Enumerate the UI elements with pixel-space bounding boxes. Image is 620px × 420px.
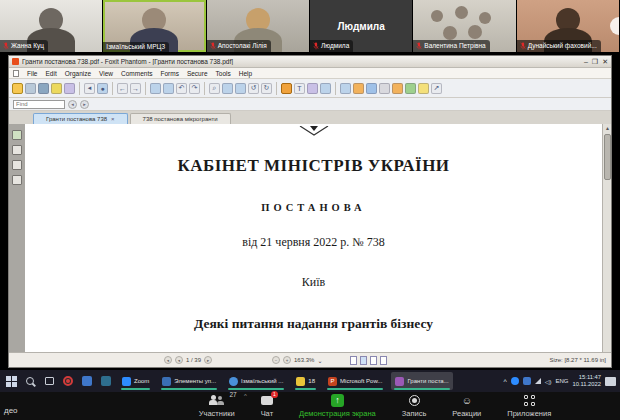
form-field-icon[interactable] [340,83,351,94]
share-arrow-icon[interactable]: ↗ [431,83,442,94]
tray-expand-icon[interactable]: ^ [503,378,506,385]
taskbar-app-elements[interactable]: Элементы уп... [158,372,220,390]
gallery-next-icon[interactable] [610,17,620,35]
share-screen-button[interactable]: ↑ Демонстрация экрана [299,395,376,418]
menu-comments[interactable]: Comments [121,70,152,77]
redo-icon[interactable]: ↷ [189,83,200,94]
select-text-icon[interactable]: T [294,83,305,94]
find-next-icon[interactable]: ▸ [80,100,89,109]
menu-help[interactable]: Help [239,70,252,77]
tab-granty-postanova-738[interactable]: Гранти постанова 738 × [33,113,128,124]
signature-icon[interactable] [353,83,364,94]
menu-tools[interactable]: Tools [216,70,231,77]
page-prev-icon[interactable]: ← [117,83,128,94]
find-input[interactable] [13,100,65,109]
note-comment-icon[interactable] [418,83,429,94]
bookmarks-panel-icon[interactable] [12,130,22,140]
taskbar-app-powerpoint[interactable]: P Microsoft Pow... [324,372,386,390]
typewriter-icon[interactable] [320,83,331,94]
taskbar-app-zoom[interactable]: Zoom [118,372,153,390]
zoom-out-icon[interactable]: − [272,356,280,364]
continuous-facing-view-icon[interactable] [380,356,387,365]
menu-view[interactable]: View [99,70,113,77]
participant-tile[interactable]: Дунайський фаховий... [517,0,620,52]
menu-secure[interactable]: Secure [187,70,208,77]
participants-button[interactable]: 27 ^ Участники [199,395,235,418]
record-button[interactable]: Запись [402,395,427,418]
paste-icon[interactable] [163,83,174,94]
zoom-level[interactable]: 163.3% [294,357,314,363]
first-page-icon[interactable]: ● [97,83,108,94]
clock[interactable]: 15:11:47 10.11.2022 [572,374,601,387]
facing-view-icon[interactable] [370,356,377,365]
single-page-view-icon[interactable] [350,356,357,365]
scrollbar-thumb[interactable] [604,134,611,180]
pages-panel-icon[interactable] [12,145,22,155]
verify-icon[interactable] [405,83,416,94]
vertical-scrollbar[interactable]: ▲ [602,124,611,352]
security-lock-icon[interactable] [379,83,390,94]
find-prev-icon[interactable]: ◂ [68,100,77,109]
save-icon[interactable] [25,83,36,94]
zoom-caret-icon[interactable]: ⌄ [317,357,322,364]
close-button[interactable]: ✕ [602,58,608,66]
zoom-tool-icon[interactable]: ⌕ [209,83,220,94]
stop-video-button-partial[interactable]: део [4,406,18,415]
scroll-up-icon[interactable]: ▲ [603,124,611,133]
menu-edit[interactable]: Edit [45,70,56,77]
hand-tool-icon[interactable] [281,83,292,94]
prev-view-icon[interactable]: ◂ [84,83,95,94]
edit-text-icon[interactable] [392,83,403,94]
page-next-icon[interactable]: → [130,83,141,94]
menu-organize[interactable]: Organize [65,70,91,77]
rotate-right-icon[interactable]: ↻ [261,83,272,94]
taskbar-app-notes[interactable]: 18 [292,372,319,390]
tray-app-icon[interactable] [523,377,531,385]
chat-button[interactable]: 1 Чат [261,395,273,418]
fit-page-icon[interactable] [235,83,246,94]
apps-button[interactable]: Приложения [507,395,551,418]
participant-tile[interactable]: Апостолакі Лілія [207,0,310,52]
volume-icon[interactable]: ◁) [545,378,552,385]
prev-page-nav-icon[interactable]: ◂ [175,356,183,364]
menu-file[interactable]: File [27,70,37,77]
reactions-button[interactable]: ☺ Реакции [452,395,481,418]
mail-app-icon[interactable] [99,374,113,388]
continuous-view-icon[interactable] [360,356,367,365]
fit-width-icon[interactable] [222,83,233,94]
select-annotation-icon[interactable] [307,83,318,94]
browser-icon[interactable] [80,374,94,388]
touch-keyboard-icon[interactable] [605,377,616,386]
start-button[interactable] [4,374,18,388]
tab-close-icon[interactable]: × [111,116,115,122]
language-indicator[interactable]: ENG [555,378,568,384]
pdf-page[interactable]: КАБІНЕТ МІНІСТРІВ УКРАЇНИ ПОСТАНОВА від … [25,124,602,352]
network-icon[interactable] [535,378,541,384]
participant-tile-group[interactable]: Валентина Петрівна [413,0,516,52]
copy-icon[interactable] [150,83,161,94]
layers-panel-icon[interactable] [12,160,22,170]
participant-tile[interactable]: Жанна Куц [0,0,103,52]
first-page-nav-icon[interactable]: ◂ [164,356,172,364]
search-icon[interactable] [23,374,37,388]
comments-panel-icon[interactable] [12,175,22,185]
participant-tile-no-video[interactable]: Людмила Людмила [310,0,413,52]
task-view-icon[interactable] [42,374,56,388]
pdf-titlebar[interactable]: Гранти постанова 738.pdf - Foxit Phantom… [9,56,611,68]
minimize-button[interactable]: – [584,58,588,66]
restore-button[interactable]: ❐ [592,58,598,66]
snapshot-icon[interactable] [64,83,75,94]
rotate-left-icon[interactable]: ↺ [248,83,259,94]
tab-738-postanova-mikrogranty[interactable]: 738 постанова мікрогранти [130,113,231,124]
menu-forms[interactable]: Forms [160,70,178,77]
taskbar-app-foxit-active[interactable]: Гранти поста... [391,372,452,390]
taskbar-app-izmailskyi[interactable]: Ізмаїльський ... [225,372,287,390]
undo-icon[interactable]: ↶ [176,83,187,94]
participant-tile-active-speaker[interactable]: Ізмаїльський МРЦЗ [103,0,206,52]
next-page-nav-icon[interactable]: ▸ [204,356,212,364]
tray-zoom-icon[interactable] [511,377,519,385]
email-icon[interactable] [51,83,62,94]
recording-app-icon[interactable] [61,374,75,388]
print-icon[interactable] [38,83,49,94]
page-indicator[interactable]: 1 / 39 [186,357,201,363]
